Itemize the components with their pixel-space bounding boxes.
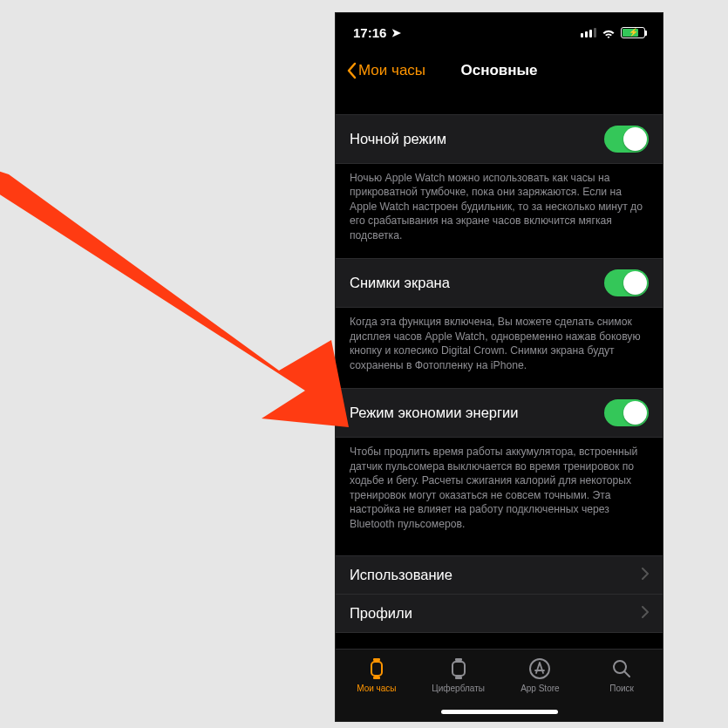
- tab-bar: Мои часы Циферблаты App Store Поиск: [336, 649, 663, 721]
- svg-rect-5: [455, 677, 462, 679]
- setting-description: Чтобы продлить время работы аккумулятора…: [336, 438, 663, 547]
- svg-rect-2: [373, 677, 380, 679]
- tab-label: Поиск: [609, 684, 634, 693]
- svg-rect-4: [455, 658, 462, 661]
- search-icon: [609, 657, 634, 681]
- tab-label: App Store: [520, 684, 559, 693]
- setting-power-saving[interactable]: Режим экономии энергии: [336, 388, 663, 438]
- back-label: Мои часы: [358, 62, 425, 79]
- settings-content[interactable]: Ночной режим Ночью Apple Watch можно исп…: [336, 90, 663, 649]
- toggle-switch[interactable]: [604, 269, 649, 296]
- nav-profiles[interactable]: Профили: [336, 595, 663, 633]
- back-button[interactable]: Мои часы: [346, 62, 425, 79]
- status-time: 17:16: [353, 25, 386, 40]
- page-title: Основные: [460, 62, 537, 79]
- setting-screenshots[interactable]: Снимки экрана: [336, 258, 663, 308]
- status-bar: 17:16 ➤ ⚡: [336, 13, 663, 51]
- nav-label: Использование: [350, 567, 452, 583]
- svg-rect-1: [373, 658, 380, 661]
- watch-icon: [364, 657, 389, 681]
- svg-rect-3: [452, 662, 465, 676]
- toggle-switch[interactable]: [604, 126, 649, 153]
- wifi-icon: [602, 27, 616, 37]
- setting-label: Режим экономии энергии: [350, 405, 518, 421]
- svg-line-8: [624, 671, 629, 677]
- chevron-right-icon: [642, 568, 649, 583]
- setting-description: Когда эта функция включена, Вы можете сд…: [336, 308, 663, 388]
- home-indicator[interactable]: [441, 710, 558, 714]
- setting-description: Ночью Apple Watch можно использовать как…: [336, 164, 663, 258]
- tab-label: Мои часы: [357, 684, 396, 693]
- annotation-arrow-icon: [0, 157, 349, 427]
- chevron-right-icon: [642, 606, 649, 622]
- setting-night-mode[interactable]: Ночной режим: [336, 114, 663, 164]
- watchface-icon: [446, 657, 471, 681]
- svg-rect-0: [371, 662, 382, 676]
- setting-label: Ночной режим: [350, 131, 446, 147]
- cellular-signal-icon: [581, 28, 596, 37]
- tab-search[interactable]: Поиск: [581, 657, 663, 721]
- tab-my-watch[interactable]: Мои часы: [336, 657, 418, 721]
- phone-frame: 17:16 ➤ ⚡ Мои часы Основные Ночной режим…: [336, 13, 663, 721]
- appstore-icon: [527, 657, 552, 681]
- tab-label: Циферблаты: [432, 684, 485, 693]
- battery-icon: ⚡: [621, 27, 645, 38]
- nav-header: Мои часы Основные: [336, 51, 663, 90]
- nav-usage[interactable]: Использование: [336, 555, 663, 595]
- svg-marker-9: [0, 157, 349, 427]
- location-icon: ➤: [391, 26, 401, 39]
- setting-label: Снимки экрана: [350, 275, 450, 291]
- nav-label: Профили: [350, 605, 412, 622]
- toggle-switch[interactable]: [604, 399, 649, 426]
